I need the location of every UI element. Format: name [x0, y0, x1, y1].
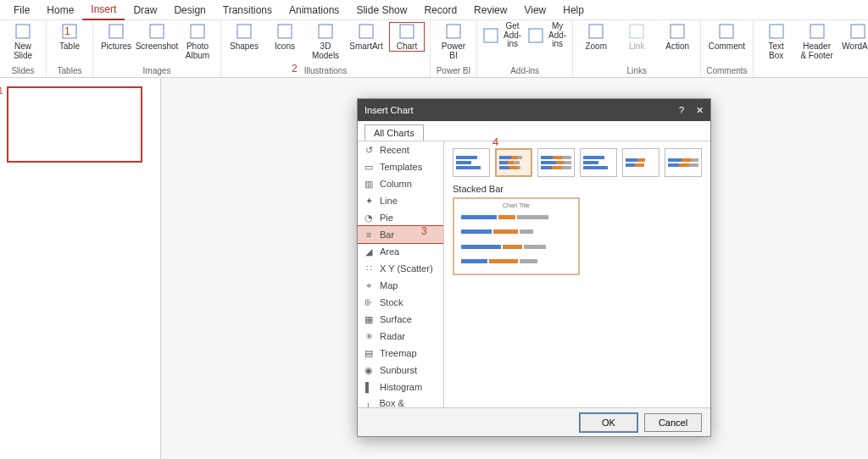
screenshot-button[interactable]: Screenshot: [139, 22, 175, 52]
chart-cat-box-whisker[interactable]: ┿Box & Whisker: [358, 395, 443, 407]
subtype-3d-stacked-bar[interactable]: [622, 148, 659, 177]
3d-models-button[interactable]: 3DModels: [308, 22, 343, 60]
ok-button[interactable]: OK: [580, 413, 637, 432]
ribbon-button-label: Link: [629, 42, 644, 52]
tab-help[interactable]: Help: [554, 1, 593, 19]
chart-cat-surface[interactable]: ▦Surface: [358, 311, 443, 328]
chart-cat-line[interactable]: ✦Line: [358, 192, 443, 209]
ribbon-button-label: SmartArt: [349, 42, 382, 52]
chart-cat-templates[interactable]: ▭Templates: [358, 158, 443, 175]
chart-cat-icon: ✳: [363, 330, 375, 342]
dialog-tabstrip: All Charts: [358, 121, 710, 141]
ribbon-button-label: Pictures: [101, 42, 131, 52]
chart-cat-icon: ◔: [363, 212, 375, 224]
chart-cat-stock[interactable]: ⊪Stock: [358, 294, 443, 311]
svg-rect-19: [851, 25, 865, 38]
svg-rect-7: [319, 25, 332, 38]
header-footer-button[interactable]: Header& Footer: [799, 22, 835, 60]
chart-cat-recent[interactable]: ↺Recent: [358, 141, 443, 158]
get-addins-button[interactable]: Get Add-ins: [482, 22, 522, 49]
chart-cat-label: Stock: [380, 297, 403, 307]
svg-rect-18: [810, 25, 824, 38]
ribbon-button-label: Screenshot: [136, 42, 179, 52]
comment-button[interactable]: Comment: [709, 22, 744, 52]
annotation-4: 4: [492, 135, 498, 148]
wordart-button[interactable]: WordArt: [840, 22, 868, 52]
new-slide-button[interactable]: NewSlide: [5, 22, 41, 60]
tab-slide-show[interactable]: Slide Show: [348, 1, 415, 19]
subtype-100pct-stacked-bar[interactable]: [537, 148, 575, 177]
textbox-button[interactable]: TextBox: [759, 22, 794, 60]
pictures-icon: [107, 22, 125, 41]
action-button[interactable]: Action: [659, 22, 695, 52]
icons-button[interactable]: Icons: [267, 22, 303, 52]
subtype-3d-clustered-bar[interactable]: [580, 148, 617, 177]
chart-cat-label: Radar: [380, 331, 405, 341]
svg-rect-13: [589, 25, 603, 38]
smartart-icon: [357, 22, 376, 41]
chart-cat-area[interactable]: ◢Area: [358, 243, 443, 260]
chart-cat-icon: ▌: [363, 381, 375, 393]
dialog-close-button[interactable]: ✕: [696, 105, 704, 116]
action-icon: [668, 22, 687, 41]
ribbon-button-label: PowerBI: [442, 42, 465, 60]
get-addins-icon: [482, 26, 499, 45]
tab-review[interactable]: Review: [465, 1, 515, 19]
screenshot-icon: [147, 22, 166, 41]
new-slide-icon: [14, 22, 32, 41]
link-button[interactable]: Link: [619, 22, 654, 52]
chart-cat-histogram[interactable]: ▌Histogram: [358, 379, 443, 395]
cancel-button[interactable]: Cancel: [644, 413, 702, 432]
zoom-button[interactable]: Zoom: [578, 22, 614, 52]
ribbon-button-label: NewSlide: [14, 42, 32, 60]
ribbon-group-add-ins: Get Add-insMy Add-insAdd-ins: [477, 20, 573, 77]
chart-cat-bar[interactable]: ≡Bar: [358, 226, 443, 243]
svg-rect-2: [109, 25, 123, 38]
chart-cat-icon: ⌖: [363, 279, 375, 291]
dialog-titlebar: Insert Chart ? ✕: [358, 99, 710, 121]
subtype-stacked-bar[interactable]: [495, 148, 532, 177]
tab-home[interactable]: Home: [38, 1, 82, 19]
chart-cat-x-y-scatter-[interactable]: ∷X Y (Scatter): [358, 260, 443, 277]
tab-animations[interactable]: Animations: [281, 1, 348, 19]
chart-cat-icon: ◉: [363, 364, 375, 376]
svg-rect-4: [191, 25, 204, 38]
ribbon-button-label: My Add-ins: [548, 22, 567, 49]
ribbon-button-label: Action: [665, 42, 689, 52]
wordart-icon: [849, 22, 867, 41]
slide-thumbnail-1[interactable]: [7, 86, 142, 163]
chart-preview[interactable]: Chart Title: [453, 197, 580, 275]
tab-all-charts[interactable]: All Charts: [364, 124, 424, 141]
subtype-3d-100pct-stacked-bar[interactable]: [665, 148, 702, 177]
chart-cat-pie[interactable]: ◔Pie: [358, 209, 443, 226]
ribbon-button-label: WordArt: [842, 42, 868, 52]
chart-cat-icon: ◢: [363, 246, 375, 257]
menu-tabs: FileHomeInsertDrawDesignTransitionsAnima…: [0, 0, 868, 20]
powerbi-button[interactable]: PowerBI: [436, 22, 471, 60]
chart-cat-map[interactable]: ⌖Map: [358, 277, 443, 294]
ribbon-group-label: Illustrations: [304, 66, 348, 77]
tab-insert[interactable]: Insert: [82, 0, 125, 20]
chart-cat-radar[interactable]: ✳Radar: [358, 328, 443, 345]
tab-transitions[interactable]: Transitions: [214, 1, 281, 19]
chart-cat-treemap[interactable]: ▤Treemap: [358, 345, 443, 362]
my-addins-button[interactable]: My Add-ins: [527, 22, 567, 49]
svg-rect-17: [770, 25, 783, 38]
subtype-clustered-bar[interactable]: [453, 148, 490, 177]
icons-icon: [275, 22, 294, 41]
smartart-button[interactable]: SmartArt: [348, 22, 384, 52]
tab-view[interactable]: View: [515, 1, 554, 19]
tab-record[interactable]: Record: [415, 1, 465, 19]
header-footer-icon: [808, 22, 826, 41]
chart-cat-sunburst[interactable]: ◉Sunburst: [358, 362, 443, 379]
zoom-icon: [587, 22, 605, 41]
pictures-button[interactable]: Pictures: [98, 22, 134, 52]
chart-button[interactable]: Chart: [389, 22, 425, 52]
tab-design[interactable]: Design: [165, 1, 214, 19]
tab-file[interactable]: File: [5, 1, 38, 19]
chart-cat-column[interactable]: ▥Column: [358, 175, 443, 192]
photo-album-button[interactable]: PhotoAlbum: [180, 22, 215, 60]
shapes-button[interactable]: Shapes: [226, 22, 262, 52]
dialog-help-button[interactable]: ?: [679, 105, 684, 115]
tab-draw[interactable]: Draw: [125, 1, 165, 19]
